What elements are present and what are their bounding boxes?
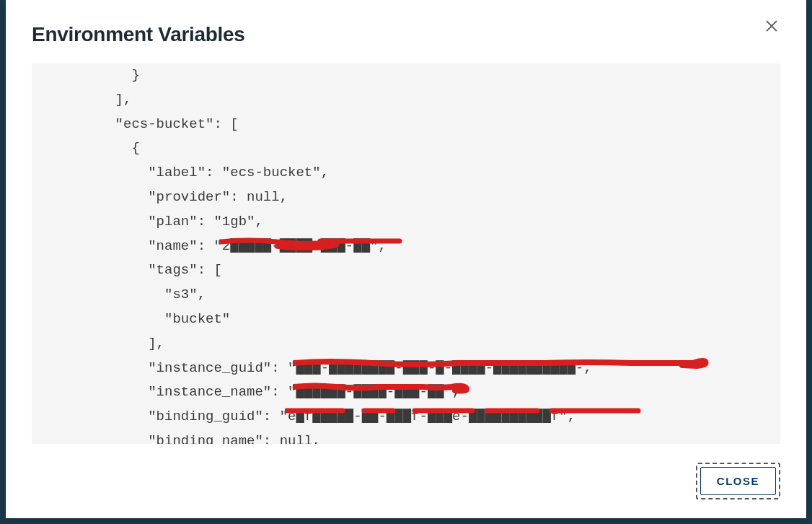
code-scroll[interactable]: } ], "ecs-bucket": [ { "label": "ecs-buc… bbox=[32, 64, 780, 444]
code-line: "label": "ecs-bucket", bbox=[82, 165, 329, 180]
redacted-instance-guid: ███-████████-███-█-████-██████████- bbox=[296, 357, 583, 381]
code-line: { bbox=[82, 140, 140, 156]
code-line: "instance_name": "██████-████-███-██", bbox=[82, 384, 461, 400]
redacted-binding-guid: e█f█████-██-███f-███e-██████████f bbox=[288, 405, 559, 429]
code-line: "instance_guid": "███-████████-███-█-███… bbox=[82, 360, 592, 376]
env-vars-modal: Environment Variables } ], "ecs-bucket":… bbox=[6, 0, 806, 518]
code-line: "tags": [ bbox=[82, 262, 222, 278]
code-line: ], bbox=[82, 92, 131, 108]
modal-header: Environment Variables bbox=[6, 0, 806, 58]
modal-title: Environment Variables bbox=[32, 23, 245, 46]
redacted-name: 2█████-████-███-██ bbox=[222, 235, 370, 259]
code-line: "plan": "1gb", bbox=[82, 214, 263, 230]
redacted-instance-name: ██████-████-███-██ bbox=[296, 380, 443, 405]
x-icon bbox=[766, 20, 777, 32]
code-line: "binding_name": null, bbox=[82, 433, 321, 444]
close-icon[interactable] bbox=[763, 16, 780, 38]
code-line: ], bbox=[82, 336, 164, 351]
code-panel: } ], "ecs-bucket": [ { "label": "ecs-buc… bbox=[32, 64, 780, 444]
code-line: "provider": null, bbox=[82, 189, 288, 205]
code-line: } bbox=[82, 67, 140, 83]
code-line: "name": "2█████-████-███-██", bbox=[82, 238, 387, 254]
code-line: "ecs-bucket": [ bbox=[82, 116, 239, 132]
code-block: } ], "ecs-bucket": [ { "label": "ecs-buc… bbox=[32, 64, 780, 444]
code-line: "binding_guid": "e█f█████-██-███f-███e-█… bbox=[82, 409, 575, 424]
modal-footer: CLOSE bbox=[6, 455, 806, 518]
close-button[interactable]: CLOSE bbox=[700, 467, 776, 495]
code-line: "bucket" bbox=[82, 311, 230, 327]
close-button-focus-ring: CLOSE bbox=[696, 463, 780, 499]
code-line: "s3", bbox=[82, 287, 206, 302]
